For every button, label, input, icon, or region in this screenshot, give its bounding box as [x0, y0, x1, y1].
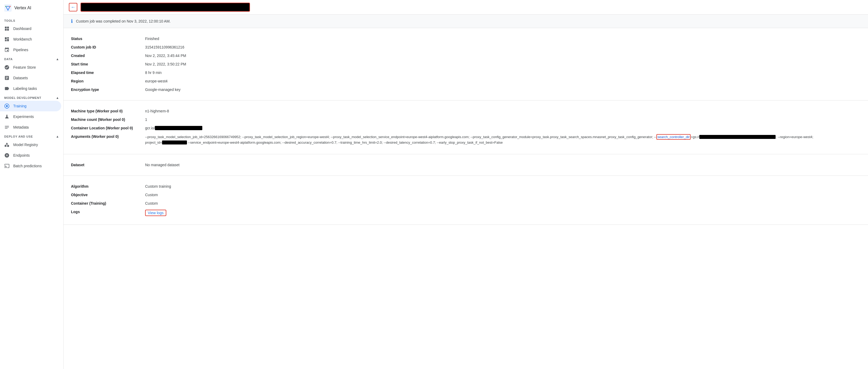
batch-icon [4, 163, 9, 169]
encryption-value: Google-managed key [145, 87, 861, 92]
status-label: Status [71, 36, 145, 41]
experiments-label: Experiments [13, 115, 34, 119]
dataset-section: Dataset No managed dataset [64, 154, 868, 176]
sidebar-item-workbench[interactable]: Workbench [0, 34, 61, 45]
args-redacted-path [699, 135, 776, 139]
worker-pool-section: Machine type (Worker pool 0) n1-highmem-… [64, 101, 868, 154]
objective-value: Custom [145, 193, 861, 197]
deploy-chevron-icon: ▲ [56, 135, 59, 138]
container-training-row: Container (Training) Custom [71, 199, 861, 207]
encryption-label: Encryption type [71, 87, 145, 92]
labeling-icon [4, 86, 9, 91]
pipelines-label: Pipelines [13, 48, 28, 52]
vertex-ai-logo-icon [4, 4, 12, 12]
deploy-section-label: DEPLOY AND USE [4, 135, 33, 138]
container-training-value: Custom [145, 201, 861, 205]
start-time-value: Nov 2, 2022, 3:50:22 PM [145, 62, 861, 66]
sidebar-item-dashboard[interactable]: Dashboard [0, 23, 61, 34]
machine-type-label: Machine type (Worker pool 0) [71, 109, 145, 113]
sidebar: Vertex AI TOOLS Dashboard Workbench Pipe… [0, 0, 64, 369]
svg-rect-6 [5, 29, 7, 31]
sidebar-item-batch-predictions[interactable]: Batch predictions [0, 161, 61, 171]
created-row: Created Nov 2, 2022, 3:45:44 PM [71, 51, 861, 60]
created-label: Created [71, 54, 145, 58]
data-section-header: DATA ▲ [0, 55, 63, 62]
model-dev-section-header: MODEL DEVELOPMENT ▲ [0, 94, 63, 101]
arguments-row: Arguments (Worker pool 0) --proxy_task_m… [71, 132, 861, 148]
sidebar-item-feature-store[interactable]: Feature Store [0, 62, 61, 73]
basic-details-section: Status Finished Custom job ID 3154159110… [64, 28, 868, 101]
sidebar-item-metadata[interactable]: Metadata [0, 122, 61, 133]
encryption-row: Encryption type Google-managed key [71, 85, 861, 94]
job-id-row: Custom job ID 315415911099636121​6 [71, 43, 861, 51]
svg-point-9 [6, 105, 8, 107]
algorithm-value: Custom training [145, 184, 861, 189]
logs-row: Logs View logs [71, 207, 861, 218]
sidebar-item-model-registry[interactable]: Model Registry [0, 139, 61, 150]
tools-section-label: TOOLS [0, 17, 63, 23]
logs-label: Logs [71, 210, 145, 214]
back-button[interactable]: ← [69, 3, 77, 11]
page-title-input[interactable] [81, 3, 250, 12]
app-logo: Vertex AI [0, 0, 63, 17]
model-dev-chevron-icon: ▲ [56, 96, 59, 100]
data-chevron-icon: ▲ [56, 57, 59, 61]
labeling-tasks-label: Labeling tasks [13, 86, 37, 91]
algorithm-label: Algorithm [71, 184, 145, 189]
content-area: ℹ Custom job was completed on Nov 3, 202… [64, 15, 868, 369]
job-id-label: Custom job ID [71, 45, 145, 49]
args-equals-gs: =gs:// [690, 135, 699, 139]
elapsed-time-value: 8 hr 9 min [145, 70, 861, 75]
model-dev-section-label: MODEL DEVELOPMENT [4, 96, 41, 100]
feature-store-icon [4, 65, 9, 70]
dashboard-icon [4, 26, 9, 31]
region-label: Region [71, 79, 145, 83]
datasets-label: Datasets [13, 76, 28, 80]
sidebar-item-endpoints[interactable]: Endpoints [0, 150, 61, 161]
sidebar-item-training[interactable]: Training [0, 101, 61, 111]
dataset-label: Dataset [71, 163, 145, 167]
container-location-row: Container Location (Worker pool 0) gcr.i… [71, 124, 861, 132]
info-banner: ℹ Custom job was completed on Nov 3, 202… [64, 15, 868, 28]
objective-label: Objective [71, 193, 145, 197]
data-section-label: DATA [4, 58, 13, 61]
info-icon: ℹ [71, 18, 73, 24]
args-text-before: --proxy_task_model_selection_job_id=2563… [145, 135, 656, 139]
training-label: Training [13, 104, 27, 108]
container-location-redacted [155, 126, 202, 130]
args-project-id-label: project_id= [145, 141, 162, 144]
training-icon [4, 104, 9, 109]
view-logs-link[interactable]: View logs [145, 210, 166, 216]
container-location-label: Container Location (Worker pool 0) [71, 126, 145, 130]
logs-value: View logs [145, 210, 861, 216]
metadata-label: Metadata [13, 125, 29, 130]
endpoints-label: Endpoints [13, 153, 30, 158]
workbench-label: Workbench [13, 37, 32, 41]
args-highlight-search-controller-dir: search_controller_dir [656, 134, 690, 140]
svg-point-3 [9, 6, 10, 7]
args-region: ; --region=europe-west4; [776, 135, 813, 139]
datasets-icon [4, 75, 9, 81]
sidebar-item-experiments[interactable]: Experiments [0, 111, 61, 122]
back-arrow-icon: ← [71, 4, 75, 10]
pipelines-icon [4, 47, 9, 53]
status-row: Status Finished [71, 34, 861, 43]
start-time-label: Start time [71, 62, 145, 66]
svg-point-1 [7, 9, 8, 10]
model-registry-label: Model Registry [13, 143, 38, 147]
status-value: Finished [145, 36, 861, 41]
container-location-value: gcr.io/ [145, 126, 861, 130]
sidebar-item-datasets[interactable]: Datasets [0, 73, 61, 83]
deploy-section-header: DEPLOY AND USE ▲ [0, 133, 63, 139]
sidebar-item-pipelines[interactable]: Pipelines [0, 45, 61, 55]
svg-rect-5 [7, 27, 9, 29]
info-message: Custom job was completed on Nov 3, 2022,… [76, 19, 170, 23]
main-content: ← ℹ Custom job was completed on Nov 3, 2… [64, 0, 868, 369]
sidebar-item-labeling-tasks[interactable]: Labeling tasks [0, 83, 61, 94]
args-project-id-redacted [162, 141, 187, 144]
algorithm-section: Algorithm Custom training Objective Cust… [64, 176, 868, 225]
dashboard-label: Dashboard [13, 27, 32, 31]
svg-point-2 [5, 6, 6, 7]
machine-count-value: 1 [145, 117, 861, 122]
region-row: Region europe-west4 [71, 77, 861, 85]
